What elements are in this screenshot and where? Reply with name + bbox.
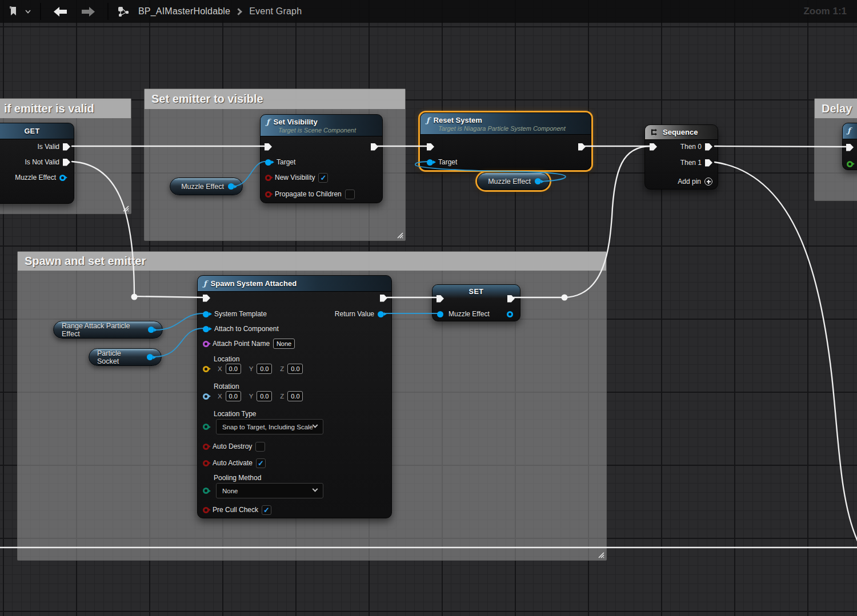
back-button[interactable] <box>51 6 70 18</box>
add-pin-button[interactable]: Add pin <box>678 176 712 187</box>
axis-label: Y <box>249 393 254 400</box>
rotation-x-input[interactable]: 0.0 <box>226 391 241 401</box>
exec-output-pin[interactable] <box>578 143 586 151</box>
node-reset-system[interactable]: ƒReset System Target is Niagara Particle… <box>420 112 591 170</box>
add-pin-icon <box>704 178 712 186</box>
exec-output-pin[interactable] <box>705 143 712 151</box>
node-header[interactable]: ƒSet Visibility Target is Scene Componen… <box>261 115 382 136</box>
bool-input-pin[interactable] <box>265 191 271 198</box>
rotation-input-pin[interactable] <box>203 393 209 400</box>
node-header[interactable]: ƒ <box>843 123 857 139</box>
location-z-input[interactable]: 0.0 <box>287 364 303 374</box>
rotation-z-input[interactable]: 0.0 <box>287 391 303 401</box>
duration-input-pin[interactable] <box>847 161 853 167</box>
exec-output-pin[interactable] <box>380 295 387 302</box>
node-header[interactable]: ƒReset System Target is Niagara Particle… <box>421 113 591 135</box>
propagate-checkbox[interactable] <box>345 190 355 199</box>
node-graph-icon <box>118 6 129 17</box>
exec-input-pin[interactable] <box>265 143 272 151</box>
location-x-input[interactable]: 0.0 <box>226 364 241 374</box>
exec-input-pin[interactable] <box>203 295 210 302</box>
target-input-pin[interactable] <box>427 159 433 166</box>
comment-resize-handle[interactable] <box>596 550 604 558</box>
pre-cull-check-input-pin[interactable] <box>203 507 209 513</box>
comment-header[interactable]: Set emitter to visible <box>145 89 405 109</box>
node-delay[interactable]: ƒ <box>842 123 857 170</box>
auto-destroy-input-pin[interactable] <box>203 444 209 450</box>
exec-input-pin[interactable] <box>436 295 444 303</box>
location-input-pin[interactable] <box>203 366 209 372</box>
location-type-dropdown[interactable]: Snap to Target, Including Scale <box>216 419 323 434</box>
breadcrumb-root[interactable]: BP_AIMasterHoldable <box>138 6 230 17</box>
node-get-muzzle-effect[interactable]: GET Is Valid Is Not Valid Muzzle Effect <box>0 123 74 204</box>
pin-label: System Template <box>214 310 267 318</box>
pin-label: Pre Cull Check <box>213 506 258 514</box>
exec-output-pin[interactable] <box>63 143 70 151</box>
node-header[interactable]: ƒSpawn System Attached <box>198 276 391 292</box>
breadcrumb-current[interactable]: Event Graph <box>249 6 302 17</box>
comment-resize-handle[interactable] <box>395 231 403 239</box>
comment-header[interactable]: Spawn and set emitter <box>18 252 606 271</box>
forward-button[interactable] <box>79 6 97 18</box>
auto-activate-checkbox[interactable]: ✓ <box>256 458 266 468</box>
variable-output-pin[interactable] <box>147 354 153 360</box>
target-input-pin[interactable] <box>265 159 271 166</box>
variable-output-pin[interactable] <box>228 183 234 190</box>
node-set-visibility[interactable]: ƒSet Visibility Target is Scene Componen… <box>260 114 383 203</box>
arrow-left-icon <box>54 7 67 17</box>
variable-muzzle-effect-selected[interactable]: Muzzle Effect <box>477 172 550 190</box>
exec-output-pin[interactable] <box>371 143 378 151</box>
node-header[interactable]: Sequence <box>645 125 718 140</box>
variable-muzzle-effect[interactable]: Muzzle Effect <box>170 178 243 195</box>
location-y-input[interactable]: 0.0 <box>257 364 272 374</box>
pooling-method-dropdown[interactable]: None <box>216 483 323 498</box>
auto-destroy-checkbox[interactable] <box>255 442 265 452</box>
system-template-input-pin[interactable] <box>203 311 209 317</box>
exec-input-pin[interactable] <box>650 143 657 151</box>
attach-point-name-input[interactable]: None <box>273 339 295 349</box>
return-value-output-pin[interactable] <box>378 311 384 317</box>
breadcrumb-chevron-icon <box>235 8 242 15</box>
node-sequence[interactable]: Sequence Then 0 Then 1 Add pin <box>644 124 718 190</box>
variable-range-attack-particle-effect[interactable]: Range Attack Particle Effect <box>53 321 163 339</box>
exec-output-pin[interactable] <box>705 159 712 167</box>
axis-label: Z <box>280 365 284 372</box>
auto-activate-input-pin[interactable] <box>203 460 209 466</box>
comment-header[interactable]: Delay <box>815 99 857 118</box>
exec-output-pin[interactable] <box>507 295 515 303</box>
rotation-y-input[interactable]: 0.0 <box>257 391 272 401</box>
pre-cull-checkbox[interactable]: ✓ <box>262 505 271 515</box>
exec-input-pin[interactable] <box>427 143 434 151</box>
object-output-pin[interactable] <box>59 175 66 181</box>
muzzle-effect-input-pin[interactable] <box>437 311 443 317</box>
variable-output-pin[interactable] <box>148 327 154 333</box>
axis-label: X <box>218 393 222 400</box>
bookmark-dropdown-button[interactable] <box>23 9 33 15</box>
attach-to-component-input-pin[interactable] <box>203 326 209 332</box>
muzzle-effect-output-pin[interactable] <box>507 311 513 317</box>
node-spawn-system-attached[interactable]: ƒSpawn System Attached System Template R… <box>197 275 392 518</box>
function-icon: ƒ <box>847 126 851 135</box>
variable-label: Particle Socket <box>97 349 143 365</box>
exec-output-pin[interactable] <box>63 159 70 166</box>
graph-icon-button[interactable] <box>115 5 131 18</box>
exec-input-pin[interactable] <box>846 144 854 151</box>
pin-label: Muzzle Effect <box>448 310 490 318</box>
comment-resize-handle[interactable] <box>121 204 129 212</box>
pooling-method-input-pin[interactable] <box>203 488 209 494</box>
new-visibility-checkbox[interactable]: ✓ <box>318 173 328 183</box>
comment-header[interactable]: if emitter is valid <box>0 99 131 118</box>
node-set-muzzle-effect[interactable]: SET Muzzle Effect <box>432 284 520 321</box>
node-header[interactable]: GET <box>0 123 74 139</box>
attach-point-name-input-pin[interactable] <box>203 341 209 347</box>
variable-particle-socket[interactable]: Particle Socket <box>89 348 162 366</box>
blueprint-editor: if emitter is valid Set emitter to visib… <box>0 0 857 616</box>
variable-output-pin[interactable] <box>535 178 541 184</box>
bookmark-button[interactable] <box>7 5 21 18</box>
toolbar-divider <box>107 3 109 20</box>
variable-label: Muzzle Effect <box>488 178 531 186</box>
pin-label: Pooling Method <box>214 474 261 482</box>
bool-input-pin[interactable] <box>265 175 271 181</box>
location-type-input-pin[interactable] <box>203 424 209 430</box>
zoom-indicator: Zoom 1:1 <box>803 6 850 17</box>
